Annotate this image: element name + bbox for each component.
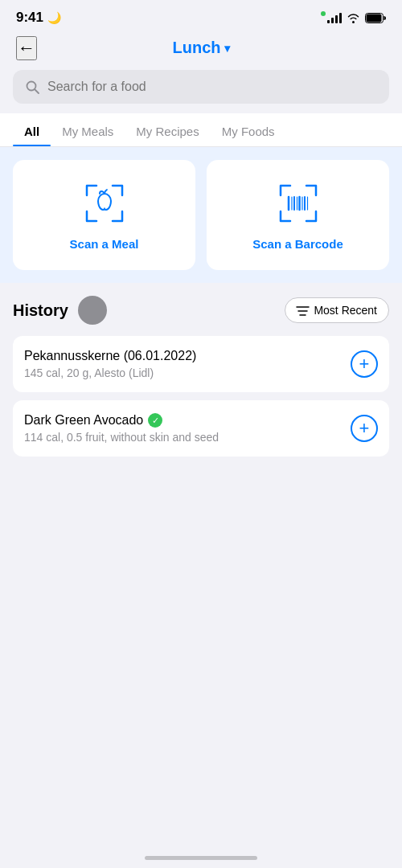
food-meta: 114 cal, 0.5 fruit, without skin and see…: [24, 431, 351, 444]
history-title: History: [13, 301, 68, 320]
search-input[interactable]: [47, 80, 376, 94]
sort-icon: [297, 305, 309, 316]
svg-line-3: [35, 89, 39, 93]
sort-label: Most Recent: [314, 304, 377, 317]
tab-my-meals[interactable]: My Meals: [51, 113, 125, 146]
history-section: History Most Recent Pekannusskerne (06.0…: [0, 283, 402, 465]
scan-barcode-card[interactable]: Scan a Barcode: [207, 160, 389, 270]
food-meta: 145 cal, 20 g, Alesto (Lidl): [24, 366, 351, 379]
food-item: Dark Green Avocado ✓ 114 cal, 0.5 fruit,…: [13, 400, 389, 457]
header: ← Lunch ▾: [0, 31, 402, 70]
signal-icon: [327, 12, 342, 23]
tab-all[interactable]: All: [13, 113, 51, 146]
moon-icon: 🌙: [47, 11, 61, 24]
add-food-button[interactable]: +: [351, 350, 378, 378]
status-icons: [322, 12, 386, 23]
history-avatar: [78, 296, 107, 325]
scan-meal-card[interactable]: Scan a Meal: [13, 160, 195, 270]
tabs-container: All My Meals My Recipes My Foods: [0, 113, 402, 147]
food-item: Pekannusskerne (06.01.2022) 145 cal, 20 …: [13, 336, 389, 392]
svg-rect-1: [367, 14, 382, 22]
food-name: Dark Green Avocado ✓: [24, 413, 351, 428]
meal-scan-icon: [80, 179, 129, 227]
history-left: History: [13, 296, 107, 325]
scan-section: Scan a Meal Scan a Barcode: [0, 147, 402, 283]
tab-my-recipes[interactable]: My Recipes: [125, 113, 210, 146]
barcode-scan-icon: [274, 179, 322, 227]
back-button[interactable]: ←: [16, 36, 37, 60]
home-indicator: [145, 856, 257, 860]
history-header: History Most Recent: [13, 296, 389, 325]
verified-badge: ✓: [148, 413, 162, 428]
tab-my-foods[interactable]: My Foods: [211, 113, 286, 146]
status-time: 9:41: [16, 10, 43, 26]
sort-button[interactable]: Most Recent: [285, 297, 389, 323]
tabs: All My Meals My Recipes My Foods: [13, 113, 389, 146]
header-title: Lunch ▾: [173, 39, 230, 57]
search-container: [0, 70, 402, 113]
add-food-button[interactable]: +: [351, 415, 378, 442]
scan-meal-label: Scan a Meal: [70, 237, 139, 251]
battery-icon: [365, 13, 386, 23]
search-icon: [26, 80, 39, 94]
food-info: Pekannusskerne (06.01.2022) 145 cal, 20 …: [24, 349, 351, 379]
food-list: Pekannusskerne (06.01.2022) 145 cal, 20 …: [13, 336, 389, 465]
wifi-icon: [347, 13, 360, 23]
food-name: Pekannusskerne (06.01.2022): [24, 349, 351, 363]
food-info: Dark Green Avocado ✓ 114 cal, 0.5 fruit,…: [24, 413, 351, 444]
scan-barcode-label: Scan a Barcode: [252, 237, 343, 251]
status-bar: 9:41 🌙: [0, 0, 402, 31]
search-bar: [13, 70, 389, 104]
title-chevron-icon[interactable]: ▾: [224, 42, 230, 55]
